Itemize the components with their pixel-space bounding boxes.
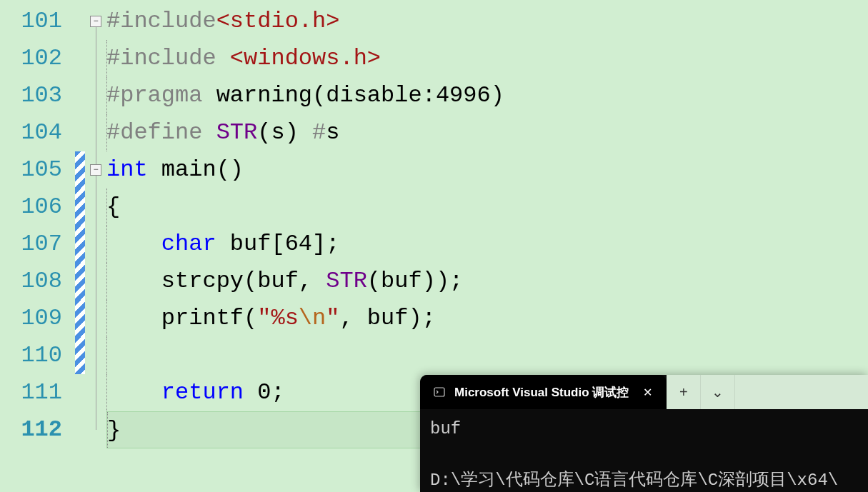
- code-line[interactable]: #define STR(s) #s: [106, 114, 868, 151]
- terminal-tab-actions: + ⌄: [667, 375, 868, 409]
- fold-cell: [85, 411, 106, 448]
- fold-cell: [85, 226, 106, 263]
- line-number[interactable]: 103: [0, 77, 75, 114]
- change-mark: [75, 263, 85, 300]
- code-line[interactable]: printf("%s\n", buf);: [106, 300, 868, 337]
- line-number-gutter: 101 102 103 104 105 106 107 108 109 110 …: [0, 0, 75, 492]
- code-line[interactable]: #include<stdio.h>: [106, 3, 868, 40]
- fold-toggle-icon[interactable]: −: [90, 164, 101, 176]
- code-line[interactable]: int main(): [106, 151, 868, 189]
- line-number[interactable]: 107: [0, 226, 75, 263]
- fold-cell: [85, 374, 106, 411]
- svg-rect-0: [434, 388, 444, 396]
- fold-cell: −: [85, 151, 106, 189]
- change-mark: [75, 300, 85, 337]
- change-mark: [75, 411, 85, 448]
- change-mark: [75, 114, 85, 151]
- fold-cell: [85, 337, 106, 374]
- code-line[interactable]: #pragma warning(disable:4996): [106, 77, 868, 114]
- code-line[interactable]: [106, 337, 868, 374]
- change-mark: [75, 3, 85, 40]
- fold-cell: [85, 189, 106, 226]
- change-mark: [75, 40, 85, 77]
- outline-fold-margin: − −: [85, 0, 106, 492]
- fold-cell: [85, 263, 106, 300]
- change-mark: [75, 337, 85, 374]
- line-number[interactable]: 108: [0, 263, 75, 300]
- line-number[interactable]: 110: [0, 337, 75, 374]
- line-number[interactable]: 106: [0, 189, 75, 226]
- fold-toggle-icon[interactable]: −: [90, 16, 101, 27]
- fold-cell: [85, 114, 106, 151]
- change-mark: [75, 151, 85, 189]
- fold-cell: [85, 40, 106, 77]
- terminal-titlebar: Microsoft Visual Studio 调试控 ✕ + ⌄: [420, 375, 868, 409]
- code-line[interactable]: {: [106, 189, 868, 226]
- change-mark: [75, 77, 85, 114]
- tab-dropdown-button[interactable]: ⌄: [701, 375, 735, 409]
- fold-cell: [85, 300, 106, 337]
- terminal-icon: [433, 386, 446, 398]
- chevron-down-icon: ⌄: [712, 383, 724, 401]
- line-number[interactable]: 109: [0, 300, 75, 337]
- terminal-tab-title: Microsoft Visual Studio 调试控: [454, 384, 629, 401]
- change-indicator-margin: [75, 0, 85, 492]
- line-number[interactable]: 102: [0, 40, 75, 77]
- change-mark: [75, 226, 85, 263]
- line-number[interactable]: 105: [0, 151, 75, 189]
- line-number[interactable]: 111: [0, 374, 75, 411]
- new-tab-button[interactable]: +: [667, 375, 701, 409]
- change-mark: [75, 189, 85, 226]
- code-line[interactable]: #include <windows.h>: [106, 40, 868, 77]
- line-number[interactable]: 101: [0, 3, 75, 40]
- line-number[interactable]: 104: [0, 114, 75, 151]
- code-line[interactable]: char buf[64];: [106, 226, 868, 263]
- close-icon[interactable]: ✕: [637, 383, 658, 402]
- debug-console-window: Microsoft Visual Studio 调试控 ✕ + ⌄ buf D:…: [420, 375, 868, 492]
- output-line: D:\学习\代码仓库\C语言代码仓库\C深剖项目\x64\: [430, 471, 838, 490]
- code-line[interactable]: strcpy(buf, STR(buf));: [106, 263, 868, 300]
- terminal-output[interactable]: buf D:\学习\代码仓库\C语言代码仓库\C深剖项目\x64\: [420, 409, 868, 492]
- terminal-tab[interactable]: Microsoft Visual Studio 调试控 ✕: [420, 375, 667, 409]
- change-mark: [75, 374, 85, 411]
- fold-cell: −: [85, 3, 106, 40]
- fold-cell: [85, 77, 106, 114]
- line-number[interactable]: 112: [0, 411, 75, 448]
- code-editor: 101 102 103 104 105 106 107 108 109 110 …: [0, 0, 868, 492]
- output-line: buf: [430, 419, 461, 438]
